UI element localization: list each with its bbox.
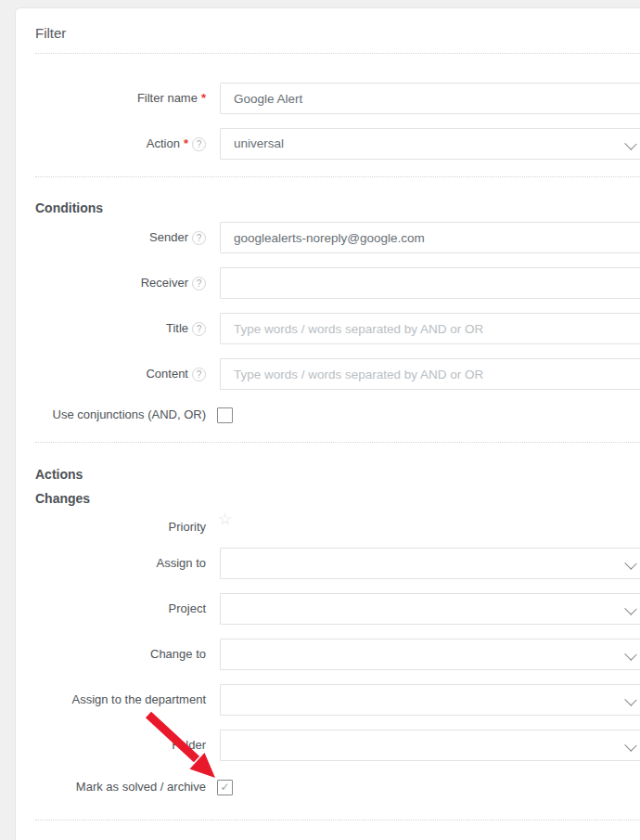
sender-label-text: Sender — [149, 226, 188, 249]
conjunctions-label: Use conjunctions (AND, OR) — [35, 404, 206, 426]
solved-label-text: Mark as solved / archive — [76, 776, 206, 798]
folder-row: Folder — [35, 730, 640, 761]
title-row: Title ? — [35, 313, 640, 344]
conditions-heading: Conditions — [35, 199, 640, 217]
content-label: Content ? — [35, 363, 206, 385]
filter-name-row: Filter name * — [35, 83, 640, 114]
priority-label: Priority — [35, 516, 206, 538]
help-icon[interactable]: ? — [192, 368, 206, 381]
receiver-label-text: Receiver — [141, 272, 188, 294]
checkmark-icon: ✓ — [220, 782, 229, 793]
conjunctions-checkbox[interactable] — [217, 407, 233, 423]
folder-label: Folder — [35, 734, 206, 756]
assign-to-label-text: Assign to — [157, 552, 206, 575]
receiver-input[interactable] — [220, 267, 640, 299]
title-label-text: Title — [166, 317, 188, 340]
title-label: Title ? — [35, 317, 206, 340]
changes-heading: Changes — [35, 489, 640, 508]
content-row: Content ? — [35, 358, 640, 390]
change-to-label-text: Change to — [150, 643, 206, 666]
project-select[interactable] — [220, 593, 640, 625]
project-row: Project — [35, 593, 640, 625]
help-icon[interactable]: ? — [192, 231, 206, 245]
folder-select[interactable] — [220, 730, 640, 761]
required-asterisk: * — [184, 133, 188, 155]
assign-to-row: Assign to — [35, 548, 640, 579]
action-label: Action * ? — [35, 133, 206, 155]
change-to-select[interactable] — [220, 639, 640, 670]
department-select[interactable] — [220, 684, 640, 716]
project-label: Project — [35, 598, 206, 620]
department-row: Assign to the department — [35, 684, 640, 716]
change-to-row: Change to — [35, 639, 640, 670]
actions-heading: Actions — [35, 465, 640, 484]
action-row: Action * ? universal — [35, 128, 640, 160]
assign-to-select[interactable] — [220, 548, 640, 579]
sender-row: Sender ? — [35, 222, 640, 253]
help-icon[interactable]: ? — [192, 322, 206, 336]
receiver-label: Receiver ? — [35, 272, 206, 294]
content-input[interactable] — [220, 358, 640, 390]
conjunctions-label-text: Use conjunctions (AND, OR) — [53, 404, 206, 426]
title-input[interactable] — [220, 313, 640, 344]
folder-label-text: Folder — [172, 734, 206, 756]
divider — [35, 53, 640, 54]
filter-panel: Filter Filter name * Action * ? universa… — [15, 7, 640, 840]
conjunctions-row: Use conjunctions (AND, OR) — [35, 404, 640, 426]
action-select[interactable]: universal — [220, 128, 640, 160]
assign-to-label: Assign to — [35, 552, 206, 575]
filter-name-label-text: Filter name — [137, 87, 198, 110]
content-label-text: Content — [146, 363, 188, 385]
action-label-text: Action — [147, 133, 180, 155]
receiver-row: Receiver ? — [35, 267, 640, 299]
department-label-text: Assign to the department — [71, 689, 206, 711]
filter-name-input[interactable] — [220, 83, 640, 114]
priority-row: Priority ☆ — [35, 516, 640, 538]
help-icon[interactable]: ? — [192, 277, 206, 291]
help-icon[interactable]: ? — [192, 137, 206, 151]
project-label-text: Project — [169, 598, 206, 620]
solved-checkbox[interactable]: ✓ — [217, 780, 233, 795]
solved-label: Mark as solved / archive — [35, 776, 206, 798]
divider — [35, 176, 640, 177]
priority-label-text: Priority — [169, 516, 206, 538]
sender-label: Sender ? — [35, 226, 206, 249]
divider — [35, 442, 640, 443]
required-asterisk: * — [201, 87, 206, 110]
priority-star-icon[interactable]: ☆ — [218, 510, 232, 529]
filter-name-label: Filter name * — [35, 87, 206, 110]
sender-input[interactable] — [220, 222, 640, 253]
department-label: Assign to the department — [35, 689, 206, 711]
page-title: Filter — [35, 23, 640, 44]
change-to-label: Change to — [35, 643, 206, 666]
solved-row: Mark as solved / archive ✓ — [35, 776, 640, 798]
divider — [35, 820, 640, 821]
section-general: Filter name * Action * ? universal — [35, 83, 640, 160]
